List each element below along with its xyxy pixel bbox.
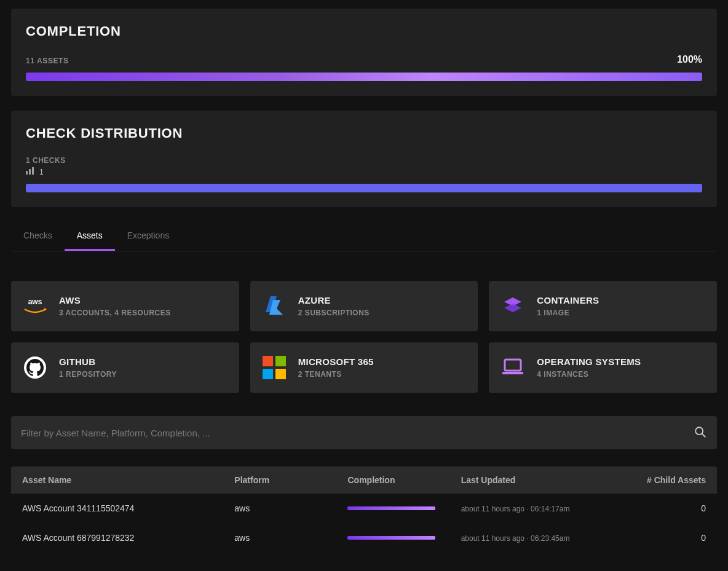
provider-grid: aws AWS 3 ACCOUNTS, 4 RESOURCES AZURE 2 … — [11, 281, 717, 393]
tab-exceptions[interactable]: Exceptions — [115, 222, 181, 251]
provider-subtitle: 1 IMAGE — [537, 309, 599, 317]
provider-subtitle: 1 REPOSITORY — [59, 370, 117, 379]
table-row[interactable]: AWS Account 341115502474 aws about 11 ho… — [11, 494, 717, 523]
bar-chart-icon — [26, 167, 34, 176]
th-last-updated[interactable]: Last Updated — [456, 475, 626, 485]
svg-line-12 — [702, 433, 706, 437]
svg-rect-1 — [29, 169, 31, 175]
cell-child-assets: 0 — [626, 503, 711, 513]
completion-percent: 100% — [677, 54, 702, 65]
azure-icon — [261, 293, 287, 319]
svg-point-11 — [695, 427, 703, 435]
github-icon — [22, 355, 48, 380]
check-distribution-title: CHECK DISTRIBUTION — [26, 125, 702, 141]
provider-title: GITHUB — [59, 356, 117, 367]
distribution-progressbar — [26, 184, 702, 192]
provider-title: OPERATING SYSTEMS — [537, 356, 641, 367]
provider-card-azure[interactable]: AZURE 2 SUBSCRIPTIONS — [250, 281, 478, 331]
th-platform[interactable]: Platform — [229, 475, 342, 485]
search-input[interactable] — [21, 428, 694, 438]
svg-rect-2 — [32, 167, 34, 175]
completion-title: COMPLETION — [26, 23, 702, 39]
provider-subtitle: 3 ACCOUNTS, 4 RESOURCES — [59, 309, 171, 317]
completion-assets-count: 11 ASSETS — [26, 57, 69, 65]
distribution-legend: 1 — [26, 167, 702, 176]
tab-checks[interactable]: Checks — [11, 222, 65, 251]
provider-title: AZURE — [298, 295, 370, 305]
completion-progressbar — [26, 73, 702, 81]
svg-rect-5 — [263, 356, 273, 366]
svg-rect-8 — [275, 369, 286, 379]
completion-card: COMPLETION 11 ASSETS 100% — [11, 9, 717, 96]
svg-rect-9 — [505, 360, 521, 371]
provider-title: CONTAINERS — [537, 295, 599, 305]
cell-completion — [342, 536, 456, 540]
aws-icon: aws — [22, 293, 48, 319]
provider-subtitle: 4 INSTANCES — [537, 370, 641, 379]
cell-last-updated: about 11 hours ago · 06:14:17am — [456, 503, 626, 513]
svg-text:aws: aws — [28, 297, 42, 306]
table-header: Asset Name Platform Completion Last Upda… — [11, 467, 717, 494]
cell-platform: aws — [229, 503, 342, 513]
provider-card-aws[interactable]: aws AWS 3 ACCOUNTS, 4 RESOURCES — [11, 281, 239, 331]
provider-card-github[interactable]: GITHUB 1 REPOSITORY — [11, 342, 239, 393]
svg-rect-0 — [26, 171, 28, 175]
th-asset-name[interactable]: Asset Name — [17, 475, 229, 485]
laptop-icon — [500, 355, 526, 380]
microsoft-icon — [261, 355, 287, 380]
cell-platform: aws — [229, 533, 342, 543]
cell-child-assets: 0 — [626, 533, 711, 543]
provider-card-operating-systems[interactable]: OPERATING SYSTEMS 4 INSTANCES — [489, 342, 717, 393]
tabs: Checks Assets Exceptions — [11, 222, 717, 251]
provider-title: MICROSOFT 365 — [298, 356, 374, 367]
provider-subtitle: 2 TENANTS — [298, 370, 374, 379]
provider-card-microsoft365[interactable]: MICROSOFT 365 2 TENANTS — [250, 342, 478, 393]
svg-rect-10 — [502, 372, 523, 374]
checks-count: 1 CHECKS — [26, 156, 702, 165]
table-row[interactable]: AWS Account 687991278232 aws about 11 ho… — [11, 523, 717, 553]
provider-title: AWS — [59, 295, 171, 305]
svg-rect-6 — [275, 356, 286, 366]
cell-asset-name: AWS Account 687991278232 — [17, 533, 229, 543]
provider-subtitle: 2 SUBSCRIPTIONS — [298, 309, 370, 317]
search-icon[interactable] — [694, 425, 707, 441]
assets-table: Asset Name Platform Completion Last Upda… — [11, 467, 717, 553]
search-container — [11, 416, 717, 449]
tab-assets[interactable]: Assets — [65, 222, 115, 251]
distribution-legend-count: 1 — [39, 168, 44, 176]
check-distribution-card: CHECK DISTRIBUTION 1 CHECKS 1 — [11, 111, 717, 207]
cell-last-updated: about 11 hours ago · 06:23:45am — [456, 533, 626, 543]
cell-asset-name: AWS Account 341115502474 — [17, 503, 229, 513]
containers-icon — [500, 293, 526, 319]
cell-completion — [342, 506, 456, 510]
th-completion[interactable]: Completion — [342, 475, 456, 485]
provider-card-containers[interactable]: CONTAINERS 1 IMAGE — [489, 281, 717, 331]
th-child-assets[interactable]: # Child Assets — [626, 475, 711, 485]
svg-rect-7 — [263, 369, 273, 379]
